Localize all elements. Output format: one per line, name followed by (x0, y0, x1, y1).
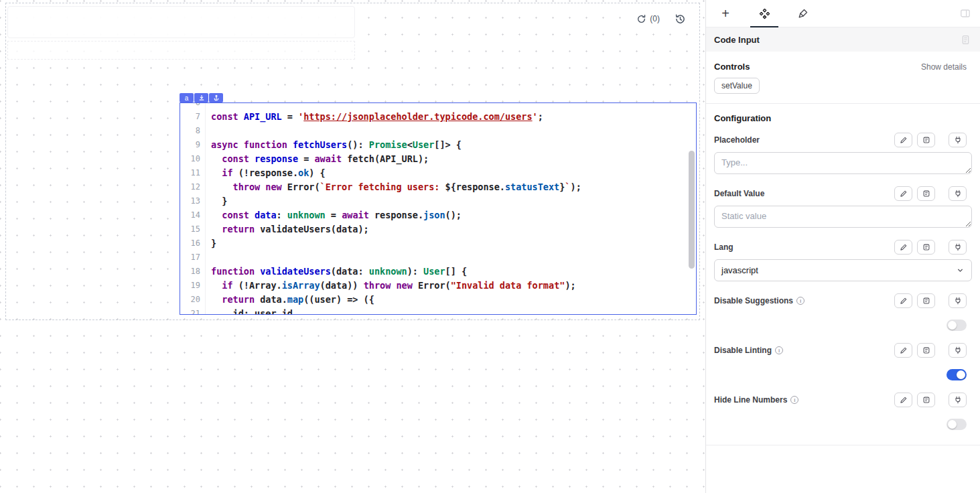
faded-widget-placeholder-2[interactable] (7, 41, 355, 60)
brush-icon (798, 8, 809, 19)
refresh-button[interactable]: (0) (631, 9, 665, 28)
field-label: Placeholder (714, 135, 760, 145)
controls-heading: Controls (714, 62, 750, 72)
plug-icon[interactable] (949, 186, 967, 201)
code-line: 17 (180, 251, 696, 265)
canvas[interactable]: (0) a 67const API_URL = 'https://jsonpl (0, 0, 705, 493)
anchor-icon[interactable] (209, 93, 223, 102)
expression-icon[interactable] (917, 186, 935, 201)
code-line: 8 (180, 124, 696, 138)
panel-body: Controls Show details setValue Configura… (706, 52, 980, 445)
canvas-actions: (0) (631, 9, 691, 28)
collapse-panel-button[interactable] (951, 0, 980, 27)
component-header: Code Input (706, 27, 980, 52)
field-label: Disable Linting (714, 346, 772, 355)
code-line: 18function validateUsers(data: unknown):… (180, 265, 696, 279)
field-default-value: Default Value (714, 186, 972, 228)
code-line: 11 if (!response.ok) { (180, 166, 696, 180)
info-icon[interactable]: i (790, 396, 798, 404)
plug-icon[interactable] (949, 393, 967, 407)
code-line: 10 const response = await fetch(API_URL)… (180, 152, 696, 166)
plug-icon[interactable] (949, 343, 967, 358)
code-input-widget[interactable]: a 67const API_URL = 'https://jsonplaceho… (180, 102, 697, 315)
panel-right-icon (960, 8, 971, 19)
field-label: Default Value (714, 189, 764, 198)
app-root: (0) a 67const API_URL = 'https://jsonpl (0, 0, 980, 493)
code-line: 12 throw new Error(`Error fetching users… (180, 180, 696, 194)
plus-icon: + (721, 6, 729, 21)
code-line: 13 } (180, 194, 696, 208)
widget-id-badge[interactable]: a (180, 93, 194, 102)
expression-icon[interactable] (917, 133, 935, 147)
tab-styles[interactable] (784, 0, 823, 27)
lang-select-value: javascript (721, 265, 758, 275)
components-icon (759, 8, 770, 19)
expression-icon[interactable] (917, 293, 935, 308)
disable-linting-toggle[interactable] (947, 369, 967, 380)
tab-component-settings[interactable] (745, 0, 784, 27)
field-label: Lang (714, 242, 733, 252)
divider (706, 103, 980, 104)
field-placeholder: Placeholder (714, 133, 972, 174)
info-icon[interactable]: i (796, 297, 804, 305)
refresh-icon (636, 14, 646, 24)
expression-icon[interactable] (917, 393, 935, 407)
history-icon (675, 13, 685, 24)
document-icon[interactable] (961, 35, 971, 45)
chevron-down-icon (956, 266, 965, 275)
code-lines: 67const API_URL = 'https://jsonplacehold… (180, 103, 696, 314)
pencil-icon[interactable] (894, 343, 912, 358)
setvalue-control-button[interactable]: setValue (714, 78, 760, 94)
placeholder-input[interactable] (714, 152, 972, 174)
field-disable-suggestions: Disable Suggestions i (714, 293, 972, 331)
lang-select[interactable]: javascript (714, 259, 972, 281)
panel-tabbar: + (706, 0, 980, 27)
code-line: 21 id: user.id, (180, 307, 696, 314)
pencil-icon[interactable] (894, 133, 912, 147)
code-line: 19 if (!Array.isArray(data)) throw new E… (180, 279, 696, 293)
field-label: Disable Suggestions (714, 296, 793, 305)
code-line: 16} (180, 236, 696, 251)
component-title: Code Input (714, 35, 760, 45)
tab-add-component[interactable]: + (706, 0, 745, 27)
code-editor[interactable]: 67const API_URL = 'https://jsonplacehold… (180, 103, 696, 314)
pencil-icon[interactable] (894, 293, 912, 308)
plug-icon[interactable] (949, 240, 967, 255)
expression-icon[interactable] (917, 240, 935, 255)
refresh-count: (0) (650, 14, 660, 23)
history-button[interactable] (669, 9, 691, 28)
code-line: 20 return data.map((user) => ({ (180, 293, 696, 307)
plug-icon[interactable] (949, 293, 967, 308)
plug-icon[interactable] (949, 133, 967, 147)
code-line: 9async function fetchUsers(): Promise<Us… (180, 138, 696, 152)
configuration-heading: Configuration (714, 113, 972, 123)
code-editor-scrollbar[interactable] (689, 151, 695, 269)
code-line: 15 return validateUsers(data); (180, 222, 696, 236)
field-hide-line-numbers: Hide Line Numbers i (714, 393, 972, 430)
code-line: 7const API_URL = 'https://jsonplaceholde… (180, 110, 696, 124)
field-label: Hide Line Numbers (714, 395, 787, 405)
info-icon[interactable]: i (775, 346, 783, 354)
pencil-icon[interactable] (894, 393, 912, 407)
arrow-down-to-line-icon[interactable] (194, 93, 208, 102)
field-disable-linting: Disable Linting i (714, 343, 972, 380)
settings-panel: + Code Input (705, 0, 980, 493)
hide-line-numbers-toggle[interactable] (947, 419, 967, 430)
field-lang: Lang javascript (714, 240, 972, 281)
code-line: 14 const data: unknown = await response.… (180, 208, 696, 222)
pencil-icon[interactable] (894, 186, 912, 201)
code-line: 6 (180, 103, 696, 110)
default-value-input[interactable] (714, 206, 972, 228)
show-details-link[interactable]: Show details (921, 62, 967, 72)
widget-selection-toolbar: a (180, 93, 223, 102)
expression-icon[interactable] (917, 343, 935, 358)
pencil-icon[interactable] (894, 240, 912, 255)
divider (706, 445, 980, 445)
disable-suggestions-toggle[interactable] (947, 320, 967, 331)
faded-widget-placeholder[interactable] (7, 6, 355, 38)
